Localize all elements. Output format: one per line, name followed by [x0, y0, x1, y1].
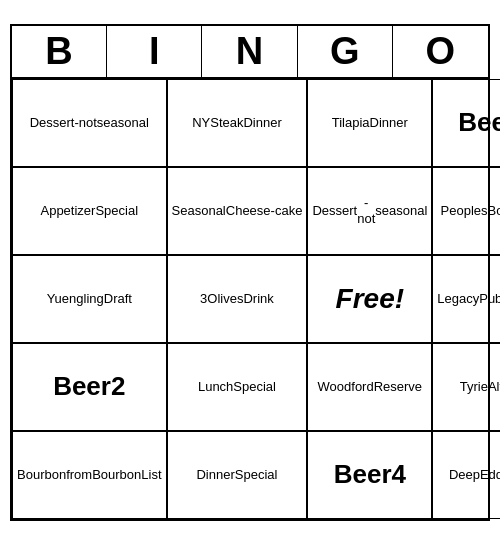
header-letter-i: I [107, 26, 202, 77]
bingo-cell-20: BourbonfromBourbonList [12, 431, 167, 519]
bingo-cell-23: DeepEddyDrink [432, 431, 500, 519]
bingo-cell-17: WoodfordReserve [307, 343, 432, 431]
bingo-cell-8: PeoplesBoilerGold [432, 167, 500, 255]
bingo-cell-3: Beer3 [432, 79, 500, 167]
header-letter-g: G [298, 26, 393, 77]
bingo-cell-11: 3OlivesDrink [167, 255, 308, 343]
bingo-cell-0: Dessert-notseasonal [12, 79, 167, 167]
bingo-cell-13: LegacyPubBourbon [432, 255, 500, 343]
bingo-cell-10: YuenglingDraft [12, 255, 167, 343]
header-letter-o: O [393, 26, 488, 77]
bingo-cell-22: Beer4 [307, 431, 432, 519]
bingo-cell-18: TyrieAlfredo [432, 343, 500, 431]
bingo-header: BINGO [12, 26, 488, 79]
bingo-cell-7: Dessert-notseasonal [307, 167, 432, 255]
bingo-cell-16: LunchSpecial [167, 343, 308, 431]
bingo-cell-1: NYSteakDinner [167, 79, 308, 167]
bingo-grid: Dessert-notseasonalNYSteakDinnerTilapiaD… [12, 79, 488, 519]
bingo-cell-15: Beer2 [12, 343, 167, 431]
bingo-cell-6: SeasonalCheese-cake [167, 167, 308, 255]
bingo-cell-5: AppetizerSpecial [12, 167, 167, 255]
bingo-card: BINGO Dessert-notseasonalNYSteakDinnerTi… [10, 24, 490, 521]
header-letter-n: N [202, 26, 297, 77]
bingo-cell-21: DinnerSpecial [167, 431, 308, 519]
bingo-cell-12: Free! [307, 255, 432, 343]
bingo-cell-2: TilapiaDinner [307, 79, 432, 167]
header-letter-b: B [12, 26, 107, 77]
